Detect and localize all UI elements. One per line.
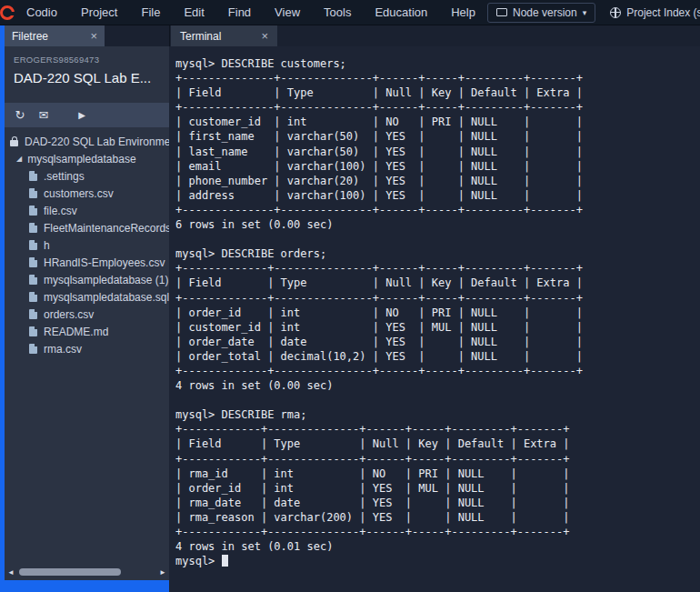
- node-version-dropdown[interactable]: Node version ▾: [487, 3, 595, 23]
- topbar-right-group: Node version ▾ Project Index (sta: [487, 0, 700, 25]
- mail-icon[interactable]: ✉: [32, 108, 55, 122]
- menu-bar: CodioProjectFileEditFindViewToolsEducati…: [15, 0, 487, 25]
- tree-item-label: mysqlsampledatabase: [27, 153, 135, 166]
- menu-tools[interactable]: Tools: [312, 0, 363, 25]
- folder-expand-icon: ◢: [16, 156, 22, 163]
- terminal-panel: Terminal × mysql> DESCRIBE customers; +-…: [169, 25, 700, 592]
- panel-accent-bottom: [0, 580, 169, 592]
- filetree-toolbar: ↻ ✉ ▶: [5, 103, 169, 127]
- file-icon: [29, 275, 37, 285]
- tree-file-item[interactable]: mysqlsampledatabase (1).zip: [5, 271, 169, 288]
- menu-help[interactable]: Help: [439, 0, 487, 25]
- tree-root-label: DAD-220 SQL Lab Environment: [25, 135, 169, 148]
- project-index-label: Project Index (sta: [626, 6, 700, 19]
- menu-file[interactable]: File: [129, 0, 172, 25]
- tree-file-item[interactable]: h: [5, 236, 169, 254]
- menu-edit[interactable]: Edit: [172, 0, 215, 25]
- menu-project[interactable]: Project: [69, 0, 129, 25]
- file-icon: [29, 171, 37, 181]
- tab-terminal[interactable]: Terminal ×: [171, 25, 277, 46]
- file-icon: [29, 257, 37, 267]
- chevron-down-icon: ▾: [583, 8, 587, 17]
- file-icon: [29, 326, 37, 336]
- scroll-left-icon[interactable]: ◄: [5, 568, 17, 577]
- tree-item-label: README.md: [44, 326, 108, 338]
- tree-folder-item[interactable]: ◢mysqlsampledatabase: [5, 150, 169, 167]
- project-header: EROGERS98569473 DAD-220 SQL Lab E...: [5, 46, 169, 103]
- menu-education[interactable]: Education: [363, 0, 439, 25]
- file-tree: DAD-220 SQL Lab Environment ◢mysqlsample…: [5, 133, 169, 564]
- monitor-icon: [496, 8, 507, 16]
- tree-item-label: file.csv: [44, 205, 77, 217]
- tree-file-item[interactable]: rma.csv: [5, 340, 169, 357]
- tree-item-label: mysqlsampledatabase.sql: [44, 291, 169, 304]
- tree-item-label: FleetMaintenanceRecords.cs: [44, 222, 169, 235]
- tree-item-label: .settings: [44, 170, 85, 183]
- filetree-tabstrip: Filetree ×: [0, 25, 169, 46]
- file-icon: [29, 292, 37, 302]
- tree-file-item[interactable]: README.md: [5, 323, 169, 340]
- project-index-item[interactable]: Project Index (sta: [610, 6, 700, 19]
- username-label: EROGERS98569473: [14, 55, 160, 65]
- menu-codio[interactable]: Codio: [15, 0, 69, 25]
- menu-find[interactable]: Find: [216, 0, 263, 25]
- file-icon: [29, 240, 37, 250]
- panel-accent-left: [0, 25, 5, 592]
- tree-item-label: h: [44, 239, 50, 252]
- tree-item-label: rma.csv: [44, 343, 82, 356]
- run-icon[interactable]: ▶: [70, 110, 94, 120]
- tree-item-label: mysqlsampledatabase (1).zip: [44, 274, 169, 286]
- scrollbar-track[interactable]: [17, 567, 156, 577]
- file-icon: [29, 344, 37, 354]
- codio-logo-button[interactable]: [0, 5, 15, 20]
- terminal-tab-label: Terminal: [180, 30, 221, 43]
- globe-icon: [610, 7, 621, 18]
- codio-logo-icon: [0, 5, 15, 20]
- tab-filetree[interactable]: Filetree ×: [5, 25, 105, 46]
- close-icon[interactable]: ×: [261, 30, 268, 42]
- close-icon[interactable]: ×: [90, 30, 97, 42]
- tree-item-label: customers.csv: [44, 187, 114, 200]
- tree-file-item[interactable]: mysqlsampledatabase.sql: [5, 288, 169, 306]
- tree-file-item[interactable]: FleetMaintenanceRecords.cs: [5, 219, 169, 236]
- terminal-cursor: [222, 555, 228, 567]
- node-version-label: Node version: [513, 6, 577, 19]
- tree-file-item[interactable]: customers.csv: [5, 185, 169, 202]
- lock-icon: [10, 140, 18, 146]
- terminal-tabstrip: Terminal ×: [169, 25, 700, 46]
- file-icon: [29, 206, 37, 216]
- terminal-output[interactable]: mysql> DESCRIBE customers; +------------…: [169, 46, 700, 568]
- tree-root-item[interactable]: DAD-220 SQL Lab Environment: [5, 133, 169, 150]
- terminal-body[interactable]: mysql> DESCRIBE customers; +------------…: [169, 46, 700, 592]
- file-icon: [29, 309, 37, 319]
- horizontal-scrollbar[interactable]: ◄ ►: [5, 564, 169, 580]
- tree-file-item[interactable]: orders.csv: [5, 306, 169, 323]
- project-title: DAD-220 SQL Lab E...: [14, 70, 160, 85]
- top-menu-bar: CodioProjectFileEditFindViewToolsEducati…: [0, 0, 700, 25]
- menu-view[interactable]: View: [263, 0, 312, 25]
- tree-item-label: HRandIS-Employees.csv: [44, 256, 165, 269]
- tree-item-label: orders.csv: [44, 308, 94, 321]
- tree-file-item[interactable]: file.csv: [5, 202, 169, 219]
- refresh-icon[interactable]: ↻: [8, 108, 32, 122]
- tree-file-item[interactable]: .settings: [5, 167, 169, 185]
- tree-file-item[interactable]: HRandIS-Employees.csv: [5, 254, 169, 271]
- scrollbar-thumb[interactable]: [19, 568, 121, 576]
- file-icon: [29, 223, 37, 233]
- scroll-right-icon[interactable]: ►: [156, 568, 169, 577]
- file-icon: [29, 188, 37, 198]
- filetree-tab-label: Filetree: [12, 30, 48, 43]
- filetree-panel: Filetree × EROGERS98569473 DAD-220 SQL L…: [0, 25, 169, 592]
